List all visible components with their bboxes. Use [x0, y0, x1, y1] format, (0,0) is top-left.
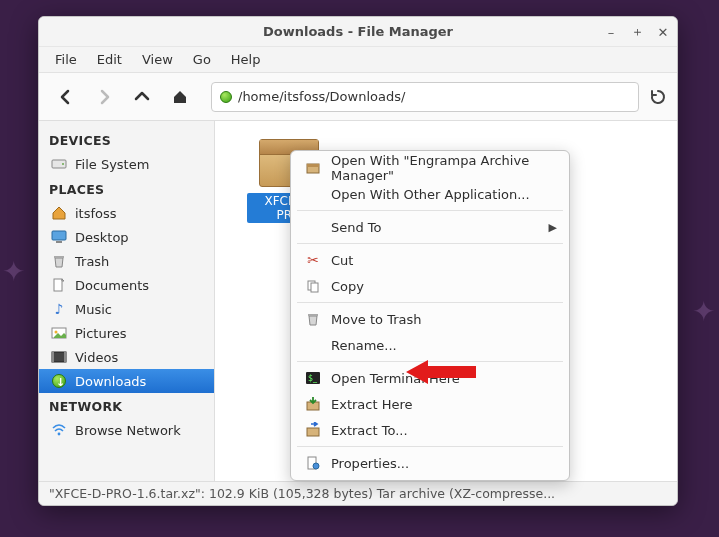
ctx-cut[interactable]: ✂ Cut [291, 247, 569, 273]
ctx-send-to[interactable]: Send To ▶ [291, 214, 569, 240]
location-icon [220, 91, 232, 103]
sidebar-item-music[interactable]: ♪ Music [39, 297, 214, 321]
svg-point-11 [58, 433, 61, 436]
ctx-properties[interactable]: Properties... [291, 450, 569, 476]
maximize-button[interactable]: ＋ [629, 23, 645, 41]
menu-edit[interactable]: Edit [87, 49, 132, 70]
sidebar-item-desktop[interactable]: Desktop [39, 225, 214, 249]
sidebar-item-label: Videos [75, 350, 118, 365]
ctx-label: Properties... [331, 456, 409, 471]
ctx-rename[interactable]: Rename... [291, 332, 569, 358]
drive-icon [51, 156, 67, 172]
ctx-label: Open Terminal Here [331, 371, 460, 386]
blank-icon [305, 186, 321, 202]
ctx-label: Extract Here [331, 397, 413, 412]
sidebar-item-documents[interactable]: Documents [39, 273, 214, 297]
sidebar-item-trash[interactable]: Trash [39, 249, 214, 273]
sidebar-item-label: Trash [75, 254, 109, 269]
menu-go[interactable]: Go [183, 49, 221, 70]
reload-button[interactable] [649, 88, 667, 106]
reload-icon [649, 88, 667, 106]
folder-icon [51, 277, 67, 293]
ctx-label: Extract To... [331, 423, 408, 438]
ctx-label: Send To [331, 220, 382, 235]
sidebar-item-network[interactable]: Browse Network [39, 418, 214, 442]
ctx-extract-here[interactable]: Extract Here [291, 391, 569, 417]
ctx-label: Rename... [331, 338, 397, 353]
menu-view[interactable]: View [132, 49, 183, 70]
submenu-arrow-icon: ▶ [549, 221, 557, 234]
home-button[interactable] [163, 80, 197, 114]
svg-rect-10 [64, 352, 66, 362]
ctx-separator [297, 446, 563, 447]
sidebar: DEVICES File System PLACES itsfoss Deskt… [39, 121, 215, 481]
ctx-separator [297, 361, 563, 362]
home-icon [51, 205, 67, 221]
back-button[interactable] [49, 80, 83, 114]
ctx-separator [297, 243, 563, 244]
ctx-open-with-engrampa[interactable]: Open With "Engrampa Archive Manager" [291, 155, 569, 181]
ctx-label: Cut [331, 253, 353, 268]
menu-help[interactable]: Help [221, 49, 271, 70]
videos-icon [51, 349, 67, 365]
desktop-icon [51, 229, 67, 245]
terminal-icon: $_ [305, 370, 321, 386]
archive-icon [305, 160, 321, 176]
cut-icon: ✂ [305, 252, 321, 268]
ctx-open-terminal[interactable]: $_ Open Terminal Here [291, 365, 569, 391]
svg-rect-15 [311, 283, 318, 292]
location-text: /home/itsfoss/Downloads/ [238, 89, 630, 104]
svg-rect-5 [54, 279, 62, 291]
extract-to-icon [305, 422, 321, 438]
ctx-extract-to[interactable]: Extract To... [291, 417, 569, 443]
arrow-up-icon [134, 89, 150, 105]
status-bar: "XFCE-D-PRO-1.6.tar.xz": 102.9 KiB (105,… [39, 481, 677, 505]
close-button[interactable]: ✕ [655, 25, 671, 40]
ctx-move-to-trash[interactable]: Move to Trash [291, 306, 569, 332]
toolbar: /home/itsfoss/Downloads/ [39, 73, 677, 121]
blank-icon [305, 337, 321, 353]
sidebar-item-filesystem[interactable]: File System [39, 152, 214, 176]
sidebar-item-label: File System [75, 157, 149, 172]
sidebar-head-devices: DEVICES [39, 127, 214, 152]
svg-rect-8 [52, 352, 66, 362]
menubar: File Edit View Go Help [39, 47, 677, 73]
music-icon: ♪ [51, 301, 67, 317]
sidebar-item-label: Browse Network [75, 423, 181, 438]
ctx-label: Move to Trash [331, 312, 422, 327]
background-star: ✦ [692, 295, 715, 328]
svg-text:$_: $_ [308, 374, 318, 383]
sidebar-item-downloads[interactable]: ↓ Downloads [39, 369, 214, 393]
home-icon [172, 89, 188, 105]
svg-point-22 [313, 463, 319, 469]
ctx-copy[interactable]: Copy [291, 273, 569, 299]
sidebar-item-videos[interactable]: Videos [39, 345, 214, 369]
titlebar: Downloads - File Manager – ＋ ✕ [39, 17, 677, 47]
minimize-button[interactable]: – [603, 25, 619, 40]
sidebar-head-places: PLACES [39, 176, 214, 201]
downloads-icon: ↓ [51, 373, 67, 389]
window-controls: – ＋ ✕ [603, 17, 671, 47]
sidebar-item-label: Music [75, 302, 112, 317]
trash-icon [305, 311, 321, 327]
background-star: ✦ [2, 255, 25, 288]
ctx-separator [297, 302, 563, 303]
wifi-icon [51, 422, 67, 438]
svg-rect-20 [307, 428, 319, 436]
svg-rect-9 [52, 352, 54, 362]
window-title: Downloads - File Manager [263, 24, 453, 39]
ctx-open-with-other[interactable]: Open With Other Application... [291, 181, 569, 207]
menu-file[interactable]: File [45, 49, 87, 70]
up-button[interactable] [125, 80, 159, 114]
svg-rect-3 [56, 241, 62, 243]
svg-rect-16 [308, 314, 318, 316]
location-bar[interactable]: /home/itsfoss/Downloads/ [211, 82, 639, 112]
properties-icon [305, 455, 321, 471]
sidebar-item-pictures[interactable]: Pictures [39, 321, 214, 345]
ctx-label: Copy [331, 279, 364, 294]
forward-button[interactable] [87, 80, 121, 114]
arrow-right-icon [96, 89, 112, 105]
ctx-label: Open With Other Application... [331, 187, 530, 202]
sidebar-item-home[interactable]: itsfoss [39, 201, 214, 225]
arrow-left-icon [58, 89, 74, 105]
